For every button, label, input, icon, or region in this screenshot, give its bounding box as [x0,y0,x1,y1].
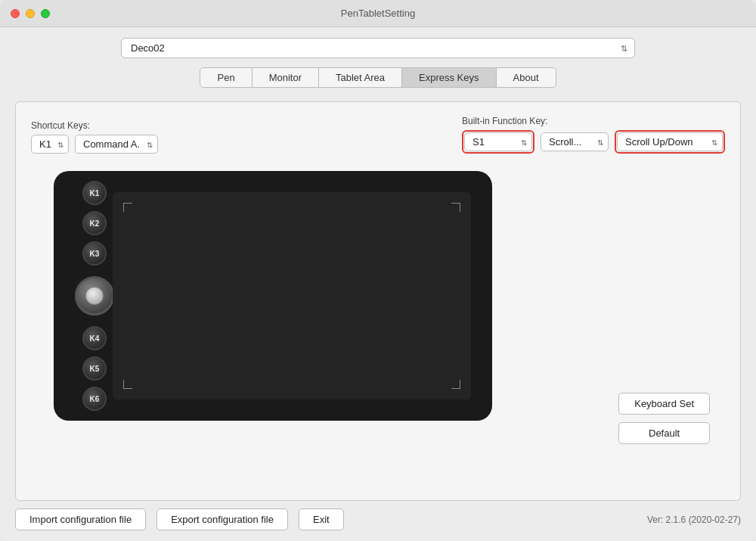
import-button[interactable]: Import configuration file [15,508,146,530]
maximize-button[interactable] [41,9,50,18]
corner-mark-tl [123,203,132,212]
device-select[interactable]: Deco02 [121,38,635,58]
scroll-action-select-wrapper: Scroll Up/Down Scroll Left/Right Zoom In… [617,132,723,151]
keyboard-set-button[interactable]: Keyboard Set [618,393,710,415]
scroll-action-select[interactable]: Scroll Up/Down Scroll Left/Right Zoom In… [617,132,723,151]
content-area: Deco02 ⇅ Pen Monitor Tablet Area Express… [0,27,756,541]
traffic-lights [11,9,50,18]
tabs-row: Pen Monitor Tablet Area Express Keys Abo… [15,67,741,88]
tab-tablet-area[interactable]: Tablet Area [319,67,402,88]
key-K5[interactable]: K5 [82,356,107,381]
s-select[interactable]: S1 S2 [464,132,532,151]
main-panel: Shortcut Keys: K1 K2 K3 K4 K5 K6 ⇅ [15,101,741,501]
shortcut-key-select[interactable]: K1 K2 K3 K4 K5 K6 [31,135,69,154]
s-select-wrapper: S1 S2 ⇅ [464,132,532,151]
tablet-side-buttons: K1 K2 K3 K4 K5 K6 [75,181,114,411]
export-button[interactable]: Export configuration file [156,508,288,530]
key-K3[interactable]: K3 [82,241,107,266]
tab-express-keys[interactable]: Express Keys [402,67,496,88]
function-key-label: Built-in Function Key: [462,116,725,126]
corner-mark-tr [451,203,460,212]
key-K6[interactable]: K6 [82,387,107,411]
main-window: PenTabletSetting Deco02 ⇅ Pen Monitor Ta… [0,0,756,541]
tablet-section: K1 K2 K3 K4 K5 K6 [31,167,725,490]
scroll-wheel[interactable] [75,276,114,316]
window-title: PenTabletSetting [341,8,415,19]
bottom-bar: Import configuration file Export configu… [15,501,741,533]
scroll-wheel-inner [85,287,104,305]
s1-highlighted-wrapper: S1 S2 ⇅ [462,130,534,154]
key-K2[interactable]: K2 [82,211,107,235]
close-button[interactable] [11,9,20,18]
tablet-device: K1 K2 K3 K4 K5 K6 [54,171,492,421]
bottom-actions: Import configuration file Export configu… [15,508,344,530]
exit-button[interactable]: Exit [299,508,344,530]
default-button[interactable]: Default [618,422,710,444]
shortcut-keys-group: Shortcut Keys: K1 K2 K3 K4 K5 K6 ⇅ [31,120,158,154]
command-select-wrapper: Command A... None Undo Redo ⇅ [75,135,158,154]
scroll-type-select[interactable]: Scroll... Zoom Rotate [541,132,609,151]
device-select-wrapper: Deco02 ⇅ [121,38,635,58]
corner-mark-bl [123,380,132,389]
title-bar: PenTabletSetting [0,0,756,27]
device-row: Deco02 ⇅ [15,38,741,58]
corner-mark-br [451,380,460,389]
key-K1[interactable]: K1 [82,181,107,205]
command-select[interactable]: Command A... None Undo Redo [75,135,158,154]
scroll-action-highlighted-wrapper: Scroll Up/Down Scroll Left/Right Zoom In… [615,130,725,154]
tab-pen[interactable]: Pen [200,67,252,88]
right-buttons: Keyboard Set Default [618,393,710,444]
minimize-button[interactable] [26,9,35,18]
tab-monitor[interactable]: Monitor [253,67,319,88]
tablet-surface [113,192,471,400]
key-K4[interactable]: K4 [82,326,107,350]
function-key-group: Built-in Function Key: S1 S2 ⇅ [462,116,725,154]
version-text: Ver: 2.1.6 (2020-02-27) [647,515,741,525]
scroll-type-select-wrapper: Scroll... Zoom Rotate ⇅ [541,132,609,151]
tab-about[interactable]: About [497,67,556,88]
shortcut-keys-label: Shortcut Keys: [31,120,158,131]
controls-row: Shortcut Keys: K1 K2 K3 K4 K5 K6 ⇅ [31,116,725,154]
shortcut-key-select-wrapper: K1 K2 K3 K4 K5 K6 ⇅ [31,135,69,154]
